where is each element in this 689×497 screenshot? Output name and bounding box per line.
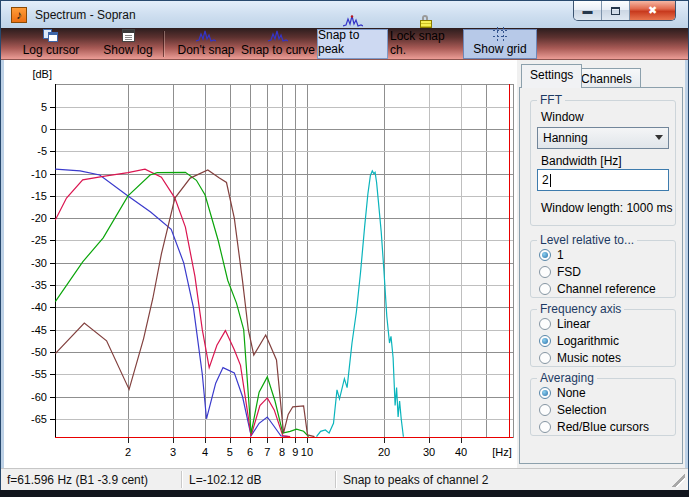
svg-text:5: 5: [227, 446, 233, 458]
window-select[interactable]: Hanning: [537, 127, 669, 149]
svg-text:40: 40: [455, 446, 467, 458]
bandwidth-input[interactable]: 2: [537, 169, 669, 191]
toolbar-button-show-grid[interactable]: Show grid: [463, 29, 537, 59]
maximize-button[interactable]: [602, 1, 630, 20]
spectrum-chart-svg[interactable]: 50-5-10-15-20-25-30-35-40-45-50-55-60-65…: [4, 60, 517, 468]
toolbar-button-label: Lock snap ch.: [390, 29, 461, 57]
svg-text:-55: -55: [31, 368, 47, 380]
tab-settings[interactable]: Settings: [521, 64, 582, 88]
toolbar-button-log-cursor[interactable]: Log cursor: [7, 29, 95, 59]
svg-text:-50: -50: [31, 346, 47, 358]
svg-text:-20: -20: [31, 212, 47, 224]
svg-text:7: 7: [264, 446, 270, 458]
grid-icon: [493, 27, 508, 41]
radio-level-channel-reference[interactable]: Channel reference: [539, 281, 656, 297]
spectrum-icon: [343, 15, 363, 27]
svg-text:[Hz]: [Hz]: [492, 446, 512, 458]
copy-log-icon: [43, 29, 59, 42]
radio-icon: [539, 318, 551, 330]
radio-icon: [539, 283, 551, 295]
svg-text:8: 8: [279, 446, 285, 458]
padlock-icon: [420, 15, 432, 28]
svg-text:4: 4: [202, 446, 208, 458]
level-relative-group-label: Level relative to...: [537, 233, 637, 247]
toolbar-separator: [163, 31, 165, 57]
toolbar-button-label: Don't snap: [178, 43, 235, 57]
app-icon: ♪: [11, 7, 27, 23]
svg-text:-65: -65: [31, 413, 47, 425]
settings-panel: Settings Channels FFT Window Hanning Ban…: [517, 60, 685, 468]
status-snap-mode: Snap to peaks of channel 2: [343, 473, 488, 487]
svg-text:2: 2: [125, 446, 131, 458]
toolbar: Log cursor Show log Don't snap Snap to c…: [1, 28, 688, 60]
svg-text:3: 3: [170, 446, 176, 458]
radio-freq-logarithmic[interactable]: Logarithmic: [539, 333, 619, 349]
spectrum-icon: [196, 29, 216, 42]
maximize-icon: [611, 7, 620, 15]
toolbar-button-lock-snap-channel[interactable]: Lock snap ch.: [390, 29, 461, 59]
toolbar-button-label: Snap to curve: [241, 43, 315, 57]
radio-avg-red-blue-cursors[interactable]: Red/Blue cursors: [539, 419, 649, 435]
toolbar-button-snap-to-curve[interactable]: Snap to curve: [240, 29, 316, 59]
radio-icon: [539, 421, 551, 433]
radio-icon: [539, 387, 551, 399]
status-frequency: f=61.596 Hz (B1 -3.9 cent): [7, 473, 148, 487]
radio-level-fsd[interactable]: FSD: [539, 264, 581, 280]
svg-text:-40: -40: [31, 301, 47, 313]
frequency-axis-group: Frequency axis Linear Logarithmic Music …: [530, 309, 676, 367]
spectrum-chart[interactable]: 50-5-10-15-20-25-30-35-40-45-50-55-60-65…: [4, 60, 517, 468]
window-label: Window: [541, 110, 584, 124]
svg-text:5: 5: [41, 101, 47, 113]
bandwidth-label: Bandwidth [Hz]: [541, 154, 622, 168]
radio-icon: [539, 249, 551, 261]
averaging-group-label: Averaging: [537, 371, 597, 385]
radio-icon: [539, 335, 551, 347]
fft-group-label: FFT: [537, 93, 565, 107]
bandwidth-input-value: 2: [542, 173, 549, 187]
resize-grip[interactable]: [672, 474, 685, 487]
toolbar-button-label: Log cursor: [23, 43, 80, 57]
chevron-down-icon: [655, 135, 663, 140]
toolbar-button-label: Snap to peak: [318, 28, 387, 56]
svg-text:20: 20: [378, 446, 390, 458]
svg-text:-15: -15: [31, 190, 47, 202]
window-select-value: Hanning: [543, 131, 588, 145]
svg-text:-5: -5: [37, 145, 47, 157]
settings-tab-page: FFT Window Hanning Bandwidth [Hz] 2 Wind…: [519, 87, 683, 464]
window-controls: ▬ ✖: [573, 1, 676, 21]
radio-icon: [539, 266, 551, 278]
toolbar-button-dont-snap[interactable]: Don't snap: [173, 29, 239, 59]
close-icon: ✖: [648, 4, 657, 17]
toolbar-button-snap-to-peak[interactable]: Snap to peak: [317, 29, 388, 59]
svg-text:-10: -10: [31, 168, 47, 180]
toolbar-button-show-log[interactable]: Show log: [97, 29, 159, 59]
spectrum-icon: [268, 29, 288, 42]
window-length-text: Window length: 1000 ms: [541, 201, 672, 215]
status-separator: [335, 471, 337, 488]
svg-text:-60: -60: [31, 391, 47, 403]
text-caret: [550, 174, 551, 187]
radio-icon: [539, 404, 551, 416]
radio-avg-selection[interactable]: Selection: [539, 402, 606, 418]
app-window: ♪ Spectrum - Sopran ▬ ✖ Log cursor Show …: [0, 0, 689, 497]
svg-text:6: 6: [247, 446, 253, 458]
svg-text:9: 9: [292, 446, 298, 458]
minimize-icon: ▬: [583, 5, 593, 16]
status-separator: [181, 471, 183, 488]
minimize-button[interactable]: ▬: [574, 1, 602, 20]
toolbar-button-label: Show grid: [473, 42, 526, 56]
fft-group: FFT Window Hanning Bandwidth [Hz] 2 Wind…: [530, 100, 676, 226]
svg-text:[dB]: [dB]: [32, 68, 52, 80]
close-button[interactable]: ✖: [630, 1, 675, 20]
radio-freq-music-notes[interactable]: Music notes: [539, 350, 621, 366]
svg-text:0: 0: [41, 123, 47, 135]
status-bar: f=61.596 Hz (B1 -3.9 cent) L=-102.12 dB …: [1, 468, 688, 490]
averaging-group: Averaging None Selection Red/Blue cursor…: [530, 378, 676, 436]
radio-freq-linear[interactable]: Linear: [539, 316, 590, 332]
radio-level-1[interactable]: 1: [539, 247, 564, 263]
radio-avg-none[interactable]: None: [539, 385, 586, 401]
notepad-icon: [122, 29, 135, 42]
tab-label: Channels: [581, 72, 632, 86]
svg-text:-35: -35: [31, 279, 47, 291]
svg-text:10: 10: [301, 446, 313, 458]
